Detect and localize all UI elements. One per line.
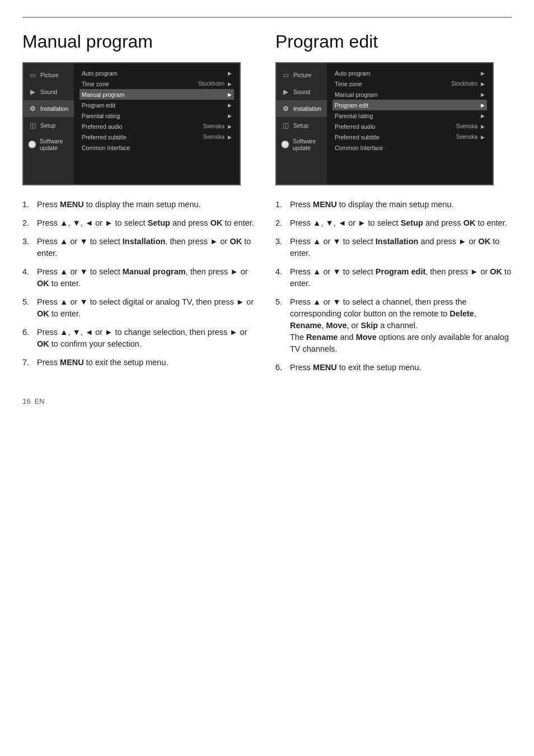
step-right-3: 3. Press ▲ or ▼ to select Installation a… <box>275 236 512 259</box>
page-number: 16 <box>22 397 30 405</box>
instructions-right: 1. Press MENU to display the main setup … <box>275 199 512 374</box>
menu-row-timezone-left: Time zone Stockholm ▶ <box>79 78 234 89</box>
menu-row-programedit-left: Program edit ▶ <box>79 100 234 110</box>
sidebar-installation-label-right: Installation <box>293 105 321 112</box>
menu-row-prefaudio-right: Preferred audio Svenska ▶ <box>332 121 487 132</box>
installation-icon-right: ⚙ <box>281 104 290 113</box>
sidebar-setup-left: ◫ Setup <box>24 117 74 134</box>
sidebar-sound-label-left: Sound <box>40 88 57 95</box>
picture-icon-left: ▭ <box>28 71 37 80</box>
sidebar-setup-right: ◫ Setup <box>277 117 327 134</box>
instructions-left: 1. Press MENU to display the main setup … <box>22 199 259 368</box>
sound-icon-left: ▶ <box>28 87 37 96</box>
installation-icon-left: ⚙ <box>28 104 37 113</box>
menu-row-prefaudio-left: Preferred audio Svenska ▶ <box>79 121 234 132</box>
sidebar-installation-right: ⚙ Installation <box>277 100 327 117</box>
menu-row-commoninterface-left: Common Interface <box>79 142 234 153</box>
menu-row-manual-left: Manual program ▶ <box>79 89 234 100</box>
sidebar-installation-label-left: Installation <box>40 105 68 112</box>
picture-icon-right: ▭ <box>281 71 290 80</box>
step-right-5: 5. Press ▲ or ▼ to select a channel, the… <box>275 296 512 355</box>
program-edit-section: Program edit ▭ Picture ▶ Sound ⚙ Install… <box>275 31 512 380</box>
step-left-1: 1. Press MENU to display the main setup … <box>22 199 259 211</box>
step-left-2: 2. Press ▲, ▼, ◄ or ► to select Setup an… <box>22 217 259 229</box>
sidebar-installation-left: ⚙ Installation <box>24 100 74 117</box>
menu-row-parental-left: Parental rating ▶ <box>79 110 234 121</box>
top-border <box>22 17 512 18</box>
menu-row-manual-right: Manual program ▶ <box>332 89 487 100</box>
sidebar-setup-label-left: Setup <box>40 122 55 129</box>
menu-row-prefsubtitle-left: Preferred subtitle Svenska ▶ <box>79 132 234 142</box>
menu-row-timezone-right: Time zone Stockholm ▶ <box>332 78 487 89</box>
step-right-6: 6. Press MENU to exit the setup menu. <box>275 362 512 374</box>
sidebar-sound-right: ▶ Sound <box>277 83 327 100</box>
tv-menu-items-left: Auto program ▶ Time zone Stockholm ▶ Man… <box>74 63 240 184</box>
setup-icon-left: ◫ <box>28 121 37 130</box>
tv-menu-right: ▭ Picture ▶ Sound ⚙ Installation ◫ Setup… <box>275 62 494 185</box>
software-icon-right: ⚪ <box>281 140 289 149</box>
software-icon-left: ⚪ <box>28 140 36 149</box>
sidebar-software-label-left: Software update <box>40 138 69 151</box>
page-language: EN <box>35 397 45 405</box>
manual-program-section: Manual program ▭ Picture ▶ Sound ⚙ Insta… <box>22 31 259 380</box>
step-right-2: 2. Press ▲, ▼, ◄ or ► to select Setup an… <box>275 217 512 229</box>
sidebar-sound-label-right: Sound <box>293 88 310 95</box>
manual-program-title: Manual program <box>22 31 259 52</box>
step-right-1: 1. Press MENU to display the main setup … <box>275 199 512 211</box>
tv-sidebar-left: ▭ Picture ▶ Sound ⚙ Installation ◫ Setup… <box>24 63 74 184</box>
step-left-6: 6. Press ▲, ▼, ◄ or ► to change selectio… <box>22 326 259 350</box>
menu-row-auto-left: Auto program ▶ <box>79 68 234 78</box>
menu-row-prefsubtitle-right: Preferred subtitle Svenska ▶ <box>332 132 487 142</box>
sound-icon-right: ▶ <box>281 87 290 96</box>
sidebar-picture-label-left: Picture <box>40 72 59 78</box>
tv-menu-items-right: Auto program ▶ Time zone Stockholm ▶ Man… <box>327 63 493 184</box>
sidebar-picture-left: ▭ Picture <box>24 67 74 83</box>
menu-row-auto-right: Auto program ▶ <box>332 68 487 78</box>
sidebar-software-left: ⚪ Software update <box>24 134 74 155</box>
tv-menu-left: ▭ Picture ▶ Sound ⚙ Installation ◫ Setup… <box>22 62 241 185</box>
sidebar-software-right: ⚪ Software update <box>277 134 327 155</box>
program-edit-title: Program edit <box>275 31 512 52</box>
step-left-5: 5. Press ▲ or ▼ to select digital or ana… <box>22 296 259 320</box>
page-footer: 16 EN <box>22 397 512 405</box>
step-left-4: 4. Press ▲ or ▼ to select Manual program… <box>22 266 259 290</box>
menu-row-parental-right: Parental rating ▶ <box>332 110 487 121</box>
sidebar-sound-left: ▶ Sound <box>24 83 74 100</box>
sidebar-setup-label-right: Setup <box>293 122 308 129</box>
sidebar-software-label-right: Software update <box>293 138 322 151</box>
main-content: Manual program ▭ Picture ▶ Sound ⚙ Insta… <box>22 31 512 380</box>
tv-sidebar-right: ▭ Picture ▶ Sound ⚙ Installation ◫ Setup… <box>277 63 327 184</box>
menu-row-programedit-right: Program edit ▶ <box>332 100 487 110</box>
sidebar-picture-label-right: Picture <box>293 72 312 78</box>
step-left-7: 7. Press MENU to exit the setup menu. <box>22 357 259 368</box>
setup-icon-right: ◫ <box>281 121 290 130</box>
sidebar-picture-right: ▭ Picture <box>277 67 327 83</box>
step-left-3: 3. Press ▲ or ▼ to select Installation, … <box>22 236 259 259</box>
step-right-4: 4. Press ▲ or ▼ to select Program edit, … <box>275 266 512 290</box>
menu-row-commoninterface-right: Common Interface <box>332 142 487 153</box>
